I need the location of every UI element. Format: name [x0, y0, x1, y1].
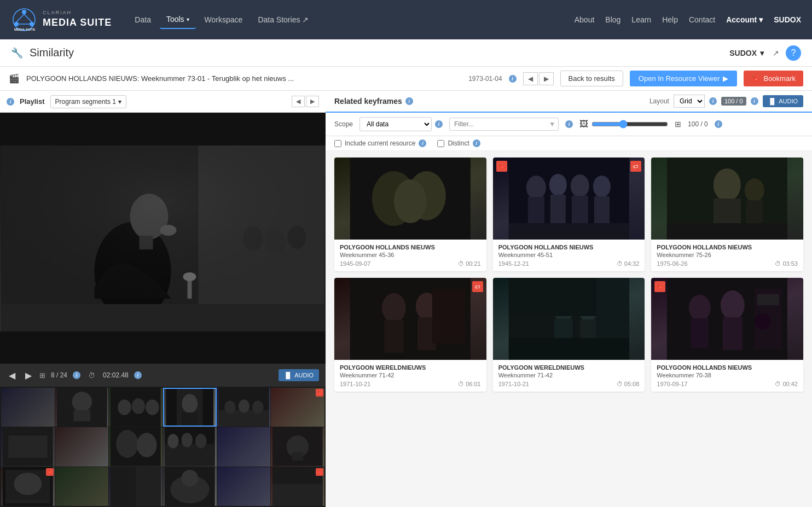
- layout-info-icon[interactable]: i: [709, 97, 717, 105]
- result-card-6[interactable]: 🔖 POLYGOON HOLLANDS NIEUWS Weeknummer 70…: [651, 278, 803, 392]
- size-slider[interactable]: [591, 120, 668, 129]
- result-card-4[interactable]: 🏷 POLYGOON WERELDNIEUWS Weeknummer 71-42…: [334, 278, 486, 392]
- svg-rect-52: [292, 452, 303, 461]
- distinct-checkbox[interactable]: [437, 140, 444, 147]
- open-resource-viewer-button[interactable]: Open In Resource Viewer ▶: [630, 71, 738, 86]
- video-controls: ◀ ▶ ⊞ 8 / 24 i ⏱ 02:02.48 i ▐▌ AUDIO: [0, 364, 326, 387]
- thumbnail-6[interactable]: 🔖: [271, 388, 324, 427]
- prev-resource-button[interactable]: ◀: [523, 72, 538, 85]
- card-episode-5: Weeknummer 71-42: [498, 372, 640, 378]
- segment-info-icon[interactable]: i: [73, 371, 80, 379]
- nav-blog[interactable]: Blog: [605, 15, 620, 24]
- thumbnail-12[interactable]: [271, 427, 324, 466]
- resource-info-icon[interactable]: i: [509, 75, 517, 83]
- open-resource-arrow-icon: ▶: [723, 74, 728, 83]
- thumbnail-8[interactable]: [55, 427, 109, 466]
- thumbnail-18[interactable]: 🔖: [271, 467, 324, 506]
- thumbnail-16[interactable]: [163, 467, 217, 506]
- scope-selector[interactable]: All data Current collection: [359, 117, 432, 131]
- thumbnail-3[interactable]: [109, 388, 163, 427]
- svg-point-48: [182, 433, 193, 447]
- card-thumb-6: 🔖: [651, 278, 803, 360]
- playlist-info-icon[interactable]: i: [7, 98, 14, 106]
- svg-rect-74: [571, 196, 588, 223]
- results-count-info-icon[interactable]: i: [715, 120, 722, 128]
- thumbnail-13[interactable]: 🔖: [1, 467, 55, 506]
- timecode-display: 02:02.48: [103, 371, 129, 379]
- nav-contact[interactable]: Contact: [689, 15, 715, 24]
- card-episode-6: Weeknummer 70-38: [657, 372, 798, 378]
- playlist-next-button[interactable]: ▶: [306, 96, 319, 107]
- next-segment-button[interactable]: ▶: [23, 368, 34, 383]
- nav-data-stories[interactable]: Data Stories ↗: [251, 11, 315, 28]
- thumbnail-14[interactable]: [55, 467, 109, 506]
- main-nav-links: Data Tools ▾ Workspace Data Stories ↗: [128, 10, 315, 29]
- nav-data[interactable]: Data: [128, 11, 158, 28]
- help-button[interactable]: ?: [786, 45, 801, 61]
- user-name: SUDOX: [729, 49, 757, 57]
- layout-selector[interactable]: Grid List: [674, 95, 705, 108]
- filter-input-wrapper: ▼: [449, 118, 559, 131]
- user-display[interactable]: SUDOX ▾: [729, 49, 764, 57]
- audio-right-button[interactable]: ▐▌ AUDIO: [763, 95, 803, 107]
- external-link-icon[interactable]: ↗: [773, 49, 779, 57]
- nav-learn[interactable]: Learn: [631, 15, 651, 24]
- back-to-results-button[interactable]: Back to results: [560, 71, 623, 86]
- prev-segment-button[interactable]: ◀: [7, 368, 18, 383]
- thumbnail-15[interactable]: [109, 467, 163, 506]
- thumbnail-11[interactable]: [217, 427, 271, 466]
- filter-input[interactable]: [449, 118, 559, 131]
- filter-info-icon[interactable]: i: [565, 120, 573, 128]
- result-card-5[interactable]: POLYGOON WERELDNIEUWS Weeknummer 71-42 1…: [493, 278, 645, 392]
- nav-account[interactable]: Account ▾: [726, 15, 763, 24]
- playlist-selector[interactable]: Program segments 1 ▾: [50, 95, 126, 108]
- svg-point-30: [146, 399, 159, 415]
- layout-control: Layout Grid List i 100 / 0 i ▐▌ AUDIO: [649, 95, 803, 108]
- thumbnail-1[interactable]: [1, 388, 55, 427]
- audio-control-button[interactable]: ▐▌ AUDIO: [279, 369, 319, 381]
- nav-left: MEDIA SUITE CLARIAH MEDIA SUITE Data Too…: [11, 7, 315, 33]
- svg-rect-72: [550, 195, 565, 225]
- thumbnail-10[interactable]: [163, 427, 217, 466]
- clock-small-icon-3: ⏱: [775, 260, 781, 267]
- thumbnail-2[interactable]: [55, 388, 109, 427]
- logo-icon: MEDIA SUITE: [11, 7, 37, 33]
- nav-workspace[interactable]: Workspace: [198, 11, 250, 28]
- include-current-info-icon[interactable]: i: [419, 139, 426, 147]
- thumbnail-4-active[interactable]: [163, 388, 217, 427]
- nav-tools[interactable]: Tools ▾: [160, 10, 196, 29]
- thumbnail-9[interactable]: [109, 427, 163, 466]
- nav-about[interactable]: About: [575, 15, 595, 24]
- result-card-3[interactable]: POLYGOON HOLLANDS NIEUWS Weeknummer 75-2…: [651, 158, 803, 271]
- count-info-icon[interactable]: i: [751, 97, 758, 105]
- next-resource-button[interactable]: ▶: [539, 72, 554, 85]
- result-card-2[interactable]: 🔖 🏷 POLYGOON HOLLANDS NIEUWS Weeknummer …: [493, 158, 645, 271]
- related-header: Related keyframes i Layout Grid List i 1…: [326, 91, 812, 113]
- svg-rect-86: [384, 320, 404, 353]
- svg-rect-58: [136, 467, 161, 506]
- scope-info-icon[interactable]: i: [435, 120, 443, 128]
- result-card-1[interactable]: POLYGOON HOLLANDS NIEUWS Weeknummer 45-3…: [334, 158, 486, 271]
- thumbnail-7[interactable]: [1, 427, 55, 466]
- nav-help[interactable]: Help: [662, 15, 678, 24]
- filter-funnel-icon: ▼: [549, 120, 555, 128]
- playlist-prev-button[interactable]: ◀: [292, 96, 305, 107]
- scope-label: Scope: [334, 120, 353, 128]
- card-info-2: POLYGOON HOLLANDS NIEUWS Weeknummer 45-5…: [493, 240, 645, 271]
- include-current-checkbox-label[interactable]: Include current resource i: [334, 139, 426, 147]
- card-duration-4: ⏱ 06:01: [458, 381, 481, 387]
- include-current-checkbox[interactable]: [334, 140, 341, 147]
- thumbnail-17[interactable]: [217, 467, 271, 506]
- results-count-badge: 100 / 0: [721, 97, 746, 106]
- svg-point-44: [137, 433, 157, 458]
- card-footer-5: 1971-10-21 ⏱ 05:08: [498, 381, 640, 387]
- distinct-checkbox-label[interactable]: Distinct i: [437, 139, 480, 147]
- thumb-6-bookmark-icon: 🔖: [316, 389, 323, 397]
- timecode-info-icon[interactable]: i: [134, 371, 142, 379]
- thumbnail-5[interactable]: [217, 388, 271, 427]
- related-info-icon[interactable]: i: [405, 97, 413, 105]
- svg-point-75: [593, 176, 610, 197]
- bookmark-button[interactable]: 🔖 Bookmark: [744, 71, 803, 86]
- svg-point-67: [394, 179, 427, 223]
- distinct-info-icon[interactable]: i: [473, 139, 480, 147]
